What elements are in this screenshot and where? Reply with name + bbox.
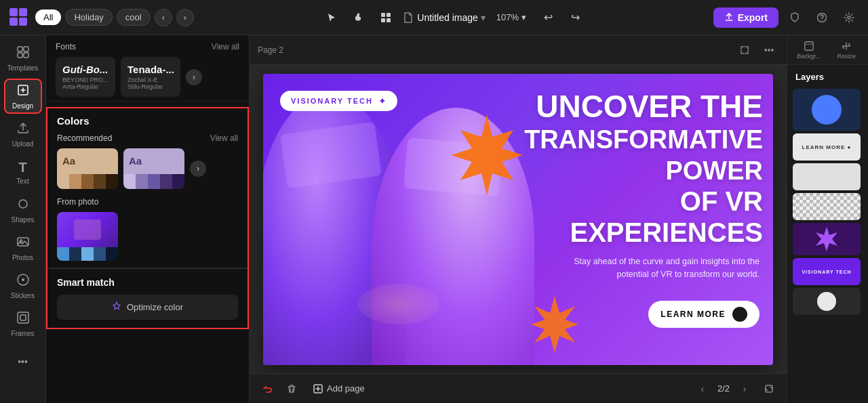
canvas-area: Page 2 •••	[250, 35, 787, 403]
fonts-section-title: Fonts	[56, 42, 76, 51]
layer-thumb: VISIONARY TECH	[793, 258, 861, 285]
svg-rect-21	[20, 315, 26, 320]
tag-holiday[interactable]: Holiday	[65, 9, 112, 26]
sidebar-item-design[interactable]: Design	[4, 79, 42, 114]
tags-next[interactable]: ›	[176, 9, 194, 26]
settings-icon[interactable]	[838, 7, 860, 28]
fit-page-icon[interactable]	[760, 379, 778, 398]
svg-point-9	[822, 20, 823, 20]
sidebar-item-templates[interactable]: Templates	[4, 41, 42, 76]
page-label: Page 2	[258, 45, 283, 55]
background-panel-icon[interactable]: Backgr...	[793, 41, 825, 60]
svg-rect-25	[766, 385, 772, 392]
learn-more-button[interactable]: LEARN MORE	[648, 301, 760, 328]
page-indicator: 2/2	[717, 383, 730, 394]
layers-header: Layers	[787, 65, 868, 86]
canvas-top-icons: •••	[735, 41, 778, 60]
hand-tool[interactable]	[348, 7, 370, 28]
smart-match-section: Smart match Optimize color	[47, 268, 248, 328]
svg-rect-14	[24, 53, 28, 58]
pointer-tool[interactable]	[321, 7, 342, 28]
sidebar-item-label: Shapes	[12, 216, 35, 224]
color-palette-cards: Aa Aa	[57, 148, 238, 189]
photo-color-card[interactable]	[57, 212, 118, 261]
layers-title: Layers	[795, 72, 824, 82]
colors-view-all[interactable]: View all	[210, 133, 238, 143]
visionary-badge: VISIONARY TECH ✦	[280, 91, 397, 111]
layer-item-checker1[interactable]	[793, 193, 861, 220]
add-page-button[interactable]: Add page	[307, 381, 372, 396]
optimize-label: Optimize color	[127, 302, 183, 312]
colors-section-title: Colors	[57, 115, 90, 127]
colors-next-arrow[interactable]: ›	[190, 161, 206, 177]
colors-section: Colors Recommended View all Aa	[47, 108, 248, 268]
tags-prev[interactable]: ‹	[155, 9, 172, 26]
svg-rect-1	[19, 8, 27, 16]
sidebar-item-more[interactable]: •••	[4, 344, 42, 379]
font-card-sub2: Anta-Regular	[62, 83, 108, 90]
canvas-wrapper[interactable]: VISIONARY TECH ✦ UNCOVER THE TRANSFORMAT…	[250, 65, 787, 373]
sidebar-item-label: Photos	[12, 254, 33, 261]
layer-item-learnmore[interactable]: LEARN MORE ●	[793, 133, 861, 161]
design-icon	[16, 83, 30, 100]
tag-cool[interactable]: cool	[117, 9, 151, 26]
next-page-icon[interactable]: ›	[735, 379, 754, 398]
layer-item-white-circle[interactable]	[793, 288, 861, 315]
redo-button[interactable]: ↪	[564, 7, 586, 28]
recommended-label: Recommended	[57, 133, 112, 143]
layer-item-visionary[interactable]: VISIONARY TECH	[793, 258, 861, 285]
svg-rect-7	[387, 18, 391, 22]
smart-match-title: Smart match	[57, 277, 238, 288]
canvas-bottom-bar: Add page ‹ 2/2 ›	[250, 373, 787, 403]
app-logo[interactable]	[8, 7, 30, 28]
font-card-1[interactable]: Guti-Bo... BEYOND PRO... Anta-Regular	[56, 57, 115, 97]
canvas-subtitle: Stay ahead of the curve and gain insight…	[549, 255, 760, 282]
sidebar-item-stickers[interactable]: Stickers	[4, 268, 42, 303]
from-photo-label: From photo	[57, 197, 238, 207]
layer-item-starburst[interactable]	[793, 223, 861, 255]
layer-thumb	[793, 193, 861, 220]
canvas-title: UNCOVER THE TRANSFORMATIVE POWER OF VR E…	[505, 91, 763, 247]
undo-button[interactable]: ↩	[537, 7, 559, 28]
layer-item-white-rect[interactable]	[793, 163, 861, 190]
fonts-view-all[interactable]: View all	[212, 42, 239, 51]
sidebar-item-text[interactable]: T Text	[4, 154, 42, 190]
svg-rect-12	[24, 47, 28, 51]
undo-canvas-icon[interactable]	[258, 379, 277, 398]
right-top-panel: Backgr... Resize	[787, 35, 868, 65]
svg-rect-20	[18, 312, 28, 323]
help-icon[interactable]	[811, 7, 833, 28]
more-icon: •••	[18, 356, 28, 367]
layer-thumb	[793, 163, 861, 190]
svg-marker-27	[816, 227, 837, 251]
delete-icon[interactable]	[282, 379, 301, 398]
shield-icon[interactable]	[784, 7, 806, 28]
font-card-2[interactable]: Tenada-... Zocbel X-E Stilu-Regular	[121, 57, 180, 97]
document-name[interactable]: Untitled image ▾	[402, 12, 486, 24]
expand-icon[interactable]	[735, 41, 754, 60]
more-options-icon[interactable]: •••	[760, 41, 778, 60]
tag-all[interactable]: All	[35, 9, 61, 25]
prev-page-icon[interactable]: ‹	[693, 379, 712, 398]
svg-rect-11	[18, 47, 22, 51]
layer-item-circle[interactable]	[793, 89, 861, 131]
export-button[interactable]: Export	[713, 7, 778, 28]
canvas-frame[interactable]: VISIONARY TECH ✦ UNCOVER THE TRANSFORMAT…	[263, 74, 773, 365]
optimize-color-button[interactable]: Optimize color	[57, 295, 238, 320]
layout-tool[interactable]	[375, 7, 397, 28]
font-card-name: Tenada-...	[127, 64, 174, 75]
fonts-cards: Guti-Bo... BEYOND PRO... Anta-Regular Te…	[56, 57, 239, 97]
sidebar-item-label: Text	[16, 177, 28, 185]
zoom-control[interactable]: 107% ▾	[491, 9, 532, 25]
svg-rect-2	[9, 18, 18, 26]
resize-panel-icon[interactable]: Resize	[831, 41, 863, 60]
sidebar-item-photos[interactable]: Photos	[4, 230, 42, 266]
color-card-1[interactable]: Aa	[57, 148, 118, 189]
sidebar-item-frames[interactable]: Frames	[4, 306, 42, 341]
sidebar-item-shapes[interactable]: Shapes	[4, 192, 42, 228]
color-card-2[interactable]: Aa	[123, 148, 184, 189]
fonts-next-arrow[interactable]: ›	[186, 69, 202, 85]
sidebar-item-upload[interactable]: Upload	[4, 116, 42, 152]
canvas-bottom-left: Add page	[258, 379, 372, 398]
fonts-section: Fonts View all Guti-Bo... BEYOND PRO... …	[46, 35, 249, 102]
